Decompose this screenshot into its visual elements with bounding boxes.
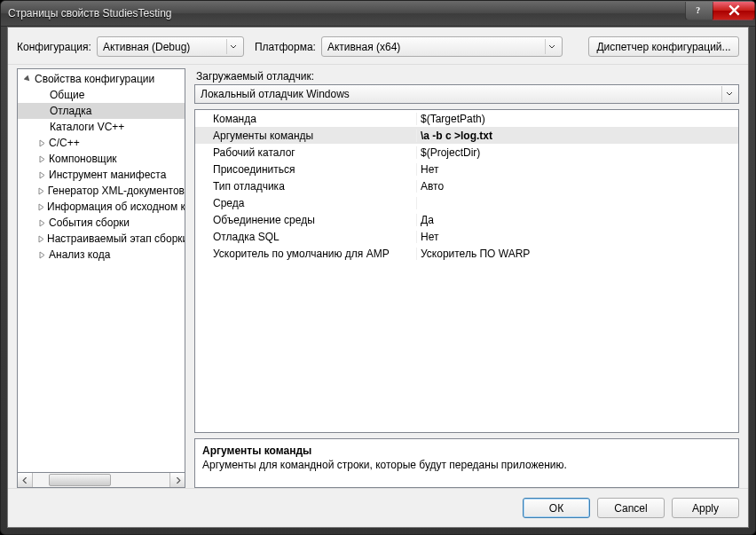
tree-item[interactable]: Общие — [18, 87, 185, 103]
tree-panel: Свойства конфигурацииОбщиеОтладкаКаталог… — [17, 68, 185, 488]
chevron-down-icon — [721, 86, 736, 102]
property-row[interactable]: Тип отладчикаАвто — [195, 177, 738, 194]
collapse-icon — [23, 75, 33, 84]
config-manager-button[interactable]: Диспетчер конфигураций... — [588, 36, 739, 57]
property-value[interactable]: $(TargetPath) — [417, 113, 738, 125]
property-row[interactable]: Рабочий каталог$(ProjectDir) — [195, 144, 738, 161]
tree-item[interactable]: Анализ кода — [18, 247, 185, 263]
tree-item-label: Каталоги VC++ — [50, 121, 124, 133]
tree-item-label: Генератор XML-документов — [48, 185, 185, 197]
property-row[interactable]: Аргументы команды\a -b c >log.txt — [195, 127, 738, 144]
scroll-track[interactable] — [33, 473, 169, 487]
content-panel: Загружаемый отладчик: Локальный отладчик… — [194, 68, 739, 488]
config-manager-label: Диспетчер конфигураций... — [596, 41, 730, 53]
config-combo-value: Активная (Debug) — [103, 41, 190, 53]
property-name: Команда — [195, 113, 417, 125]
tree-root[interactable]: Свойства конфигурации — [18, 71, 185, 87]
config-combo[interactable]: Активная (Debug) — [97, 36, 244, 57]
tree-item-label: Свойства конфигурации — [35, 73, 154, 85]
tree-item-label: Компоновщик — [49, 153, 117, 165]
cancel-label: Cancel — [614, 502, 647, 515]
help-button[interactable]: ? — [685, 2, 713, 20]
tree-item[interactable]: Генератор XML-документов — [18, 183, 185, 199]
help-icon: ? — [694, 5, 705, 16]
window-title: Страницы свойств StudiesTesting — [8, 7, 172, 20]
debugger-combo-value: Локальный отладчик Windows — [201, 88, 350, 100]
ok-label: ОК — [549, 502, 563, 515]
tree-item-label: События сборки — [49, 216, 130, 229]
property-row[interactable]: Ускоритель по умолчанию для AMPУскорител… — [195, 245, 738, 262]
close-icon — [728, 4, 740, 16]
property-name: Объединение среды — [195, 214, 417, 226]
platform-combo[interactable]: Активная (x64) — [321, 36, 563, 57]
property-name: Среда — [195, 197, 417, 209]
property-value[interactable]: Нет — [417, 163, 738, 176]
expand-icon — [37, 250, 47, 260]
expand-icon — [37, 218, 47, 228]
property-name: Рабочий каталог — [195, 146, 417, 159]
tree-item-label: C/C++ — [49, 137, 80, 149]
property-value[interactable]: Авто — [417, 180, 738, 193]
expand-icon — [37, 138, 47, 148]
config-label: Конфигурация: — [17, 41, 91, 53]
tree-item[interactable]: Информация об исходном коде — [18, 199, 185, 215]
tree-item[interactable]: Компоновщик — [18, 151, 185, 167]
property-row[interactable]: ПрисоединитьсяНет — [195, 161, 738, 177]
config-bar: Конфигурация: Активная (Debug) Платформа… — [8, 28, 748, 65]
tree-hscrollbar[interactable] — [17, 473, 185, 488]
expand-icon — [37, 154, 47, 164]
tree-item[interactable]: Настраиваемый этап сборки — [18, 231, 185, 247]
expand-icon — [37, 186, 46, 196]
tree-item[interactable]: Отладка — [18, 103, 185, 119]
property-name: Тип отладчика — [195, 180, 417, 193]
close-button[interactable] — [713, 2, 755, 20]
tree-item-label: Инструмент манифеста — [49, 169, 166, 181]
debugger-combo[interactable]: Локальный отладчик Windows — [194, 84, 739, 104]
main-split: Свойства конфигурацииОбщиеОтладкаКаталог… — [8, 65, 748, 488]
cancel-button[interactable]: Cancel — [597, 498, 665, 518]
property-name: Аргументы команды — [195, 130, 417, 142]
property-value[interactable]: $(ProjectDir) — [417, 146, 738, 159]
scroll-left-arrow[interactable] — [18, 473, 33, 487]
section-header: Загружаемый отладчик: — [194, 68, 739, 84]
tree-item[interactable]: Инструмент манифеста — [18, 167, 185, 183]
nav-tree[interactable]: Свойства конфигурацииОбщиеОтладкаКаталог… — [17, 68, 185, 473]
tree-item-label: Информация об исходном коде — [47, 201, 185, 213]
property-name: Присоединиться — [195, 163, 417, 176]
property-value[interactable]: Ускоритель ПО WARP — [417, 248, 738, 260]
platform-label: Платформа: — [255, 41, 316, 53]
description-title: Аргументы команды — [202, 445, 731, 457]
tree-item-label: Общие — [50, 89, 84, 101]
ok-button[interactable]: ОК — [523, 498, 590, 518]
property-row[interactable]: Объединение средыДа — [195, 211, 738, 228]
dialog-body: Конфигурация: Активная (Debug) Платформа… — [7, 27, 749, 528]
property-grid[interactable]: Команда$(TargetPath)Аргументы команды\a … — [194, 109, 739, 433]
tree-item[interactable]: Каталоги VC++ — [18, 119, 185, 135]
property-row[interactable]: Среда — [195, 194, 738, 211]
titlebar[interactable]: Страницы свойств StudiesTesting ? — [1, 1, 755, 27]
expand-icon — [37, 170, 47, 180]
property-row[interactable]: Команда$(TargetPath) — [195, 110, 738, 127]
tree-item[interactable]: События сборки — [18, 215, 185, 231]
property-row[interactable]: Отладка SQLНет — [195, 228, 738, 245]
expand-icon — [37, 202, 45, 212]
property-value[interactable]: \a -b c >log.txt — [417, 130, 738, 142]
tree-item[interactable]: C/C++ — [18, 135, 185, 151]
chevron-down-icon — [545, 39, 559, 54]
scroll-thumb[interactable] — [49, 474, 111, 486]
svg-text:?: ? — [696, 5, 700, 15]
chevron-down-icon — [226, 39, 240, 54]
property-name: Отладка SQL — [195, 231, 417, 243]
property-value[interactable]: Да — [417, 214, 738, 226]
tree-item-label: Анализ кода — [49, 248, 110, 261]
property-value[interactable]: Нет — [417, 231, 738, 243]
expand-icon — [37, 234, 45, 244]
button-row: ОК Cancel Apply — [8, 488, 748, 527]
description-text: Аргументы для командной строки, которые … — [202, 459, 731, 471]
tree-item-label: Отладка — [50, 105, 91, 117]
platform-combo-value: Активная (x64) — [327, 41, 400, 53]
apply-button[interactable]: Apply — [672, 498, 739, 518]
dialog-window: Страницы свойств StudiesTesting ? Конфиг… — [0, 0, 756, 535]
scroll-right-arrow[interactable] — [169, 473, 185, 487]
apply-label: Apply — [692, 502, 719, 515]
